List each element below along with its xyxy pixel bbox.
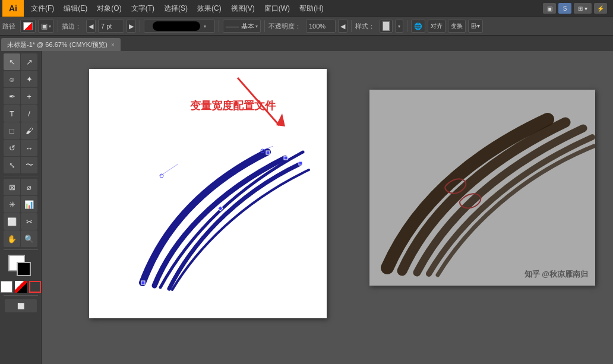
stroke-width-label: 描边： xyxy=(62,22,81,31)
tabbar: 未标题-1* @ 66.67% (CMYK/预览) × xyxy=(0,36,613,51)
type-tool[interactable]: T xyxy=(4,105,20,122)
toggle-btn-1[interactable]: ▣ xyxy=(543,3,556,14)
color-swatches xyxy=(1,255,41,293)
path-label: 路径 xyxy=(2,22,15,31)
watermark: 知乎 @秋凉雁南归 xyxy=(524,269,588,280)
canvas-area: 变量宽度配置文件 xyxy=(42,51,613,364)
rotate-tool[interactable]: ↺ xyxy=(4,140,20,156)
style-swatch[interactable] xyxy=(380,20,393,33)
menubar: Ai 文件(F) 编辑(E) 对象(O) 文字(T) 选择(S) 效果(C) 视… xyxy=(0,0,613,17)
stroke-shape-btn[interactable]: ▣ ▾ xyxy=(38,20,54,33)
artboard: 变量宽度配置文件 xyxy=(89,69,327,318)
align-btn[interactable]: 对齐 xyxy=(428,20,445,33)
menu-window[interactable]: 窗口(W) xyxy=(260,1,295,16)
line-tool[interactable]: / xyxy=(21,105,37,122)
menu-object[interactable]: 对象(O) xyxy=(92,1,126,16)
opacity-label: 不透明度： xyxy=(268,22,301,31)
svg-line-4 xyxy=(160,164,178,176)
tab-title: 未标题-1* @ 66.67% (CMYK/预览) xyxy=(7,40,108,49)
tool-row-9: ✳ 📊 xyxy=(4,196,37,213)
tool-row-2: ⌾ ✦ xyxy=(4,71,37,87)
tool-row-11: ✋ 🔍 xyxy=(4,230,37,247)
artboard-drawing xyxy=(125,116,315,300)
zoom-tool[interactable]: 🔍 xyxy=(21,230,37,247)
toggle-btn-2[interactable]: S xyxy=(558,3,571,14)
tool-row-8: ⊠ ⌀ xyxy=(4,179,37,195)
transform-btn[interactable]: 变换 xyxy=(448,20,466,33)
toolbar-divider-3 xyxy=(219,20,219,32)
app-logo: Ai xyxy=(2,0,24,17)
toolbar: 路径 ▣ ▾ 描边： ◀ 7 pt ▶ ▾ —— 基本 ▾ 不透明度： 100%… xyxy=(0,17,613,36)
gradient-swatch[interactable] xyxy=(15,281,27,293)
menu-effect[interactable]: 效果(C) xyxy=(192,1,226,16)
style-dropdown[interactable]: ▾ xyxy=(395,20,403,33)
svg-rect-0 xyxy=(141,281,145,284)
stroke-basic-selector[interactable]: —— 基本 ▾ xyxy=(223,20,261,33)
color-swatch-container xyxy=(8,255,33,277)
toggle-btn-3[interactable]: ⊞ ▾ xyxy=(574,3,592,14)
stroke-width-input[interactable]: 7 pt xyxy=(98,20,124,33)
pen-tool[interactable]: ✒ xyxy=(4,88,20,105)
svg-rect-2 xyxy=(284,156,287,160)
menu-select[interactable]: 选择(S) xyxy=(159,1,192,16)
opacity-input[interactable]: 100% xyxy=(306,20,336,33)
lasso-tool[interactable]: ⌾ xyxy=(4,71,20,87)
tool-row-5: □ 🖌 xyxy=(4,122,37,139)
svg-rect-1 xyxy=(266,151,270,154)
preview-drawing xyxy=(369,90,595,286)
tool-divider-3 xyxy=(4,295,38,296)
symbol-spray-tool[interactable]: ✳ xyxy=(4,196,20,213)
document-tab[interactable]: 未标题-1* @ 66.67% (CMYK/预览) × xyxy=(1,38,121,51)
paintbrush-tool[interactable]: 🖌 xyxy=(21,122,37,139)
toolbar-divider-2 xyxy=(140,20,140,32)
menu-help[interactable]: 帮助(H) xyxy=(295,1,328,16)
hand-tool[interactable]: ✋ xyxy=(4,230,20,247)
slice-tool[interactable]: ✂ xyxy=(21,213,37,230)
style-label: 样式： xyxy=(355,22,375,31)
toggle-btn-4[interactable]: ⚡ xyxy=(594,3,607,14)
stroke-width-decrease[interactable]: ◀ xyxy=(86,20,96,33)
direct-select-tool[interactable]: ↗ xyxy=(21,53,37,70)
toolbar-divider-6 xyxy=(407,20,407,32)
width-tool[interactable]: ⊠ xyxy=(4,179,20,195)
svg-point-6 xyxy=(160,174,163,178)
menu-file[interactable]: 文件(F) xyxy=(26,1,59,16)
stroke-profile-selector[interactable]: ▾ xyxy=(144,20,215,33)
artboard-title: 变量宽度配置文件 xyxy=(190,99,276,113)
menu-edit[interactable]: 编辑(E) xyxy=(59,1,92,16)
tool-row-10: ⬜ ✂ xyxy=(4,213,37,230)
tool-row-7: ⤡ 〜 xyxy=(4,157,37,173)
blend-tool[interactable]: ⌀ xyxy=(21,179,37,195)
tool-row-1: ↖ ↗ xyxy=(4,53,37,70)
toolbar-divider-4 xyxy=(264,20,265,32)
toolbox: ↖ ↗ ⌾ ✦ ✒ + T / □ 🖌 ↺ ↔ ⤡ 〜 ⊠ ⌀ xyxy=(0,51,42,364)
web-btn[interactable]: 🌐 xyxy=(411,20,425,33)
stroke-color-btn[interactable] xyxy=(20,20,36,33)
extra-btn[interactable]: 卧▾ xyxy=(468,20,483,33)
magic-wand-tool[interactable]: ✦ xyxy=(21,71,37,87)
tool-row-4: T / xyxy=(4,105,37,122)
reflect-tool[interactable]: ↔ xyxy=(21,140,37,156)
opacity-decrease[interactable]: ◀ xyxy=(338,20,347,33)
stroke-width-increase[interactable]: ▶ xyxy=(127,20,136,33)
artboard-tool[interactable]: ⬜ xyxy=(4,213,20,230)
stroke-swatch[interactable] xyxy=(17,262,31,276)
rect-tool[interactable]: □ xyxy=(4,122,20,139)
none-swatch[interactable] xyxy=(1,281,12,293)
toolbar-divider-1 xyxy=(58,20,58,32)
svg-rect-3 xyxy=(299,162,302,165)
tool-row-6: ↺ ↔ xyxy=(4,140,37,156)
scale-tool[interactable]: ⤡ xyxy=(4,157,20,173)
pattern-swatch[interactable] xyxy=(29,281,41,293)
select-tool[interactable]: ↖ xyxy=(4,53,20,70)
menu-type[interactable]: 文字(T) xyxy=(127,1,159,16)
tool-divider-1 xyxy=(4,176,38,176)
column-graph-tool[interactable]: 📊 xyxy=(21,196,37,213)
toolbar-divider-5 xyxy=(351,20,352,32)
add-anchor-tool[interactable]: + xyxy=(21,88,37,105)
warp-tool[interactable]: 〜 xyxy=(21,157,37,173)
menu-view[interactable]: 视图(V) xyxy=(226,1,260,16)
tab-close-btn[interactable]: × xyxy=(111,42,115,48)
tool-divider-2 xyxy=(4,249,38,250)
change-screen-mode[interactable]: ⬜ xyxy=(5,299,37,312)
